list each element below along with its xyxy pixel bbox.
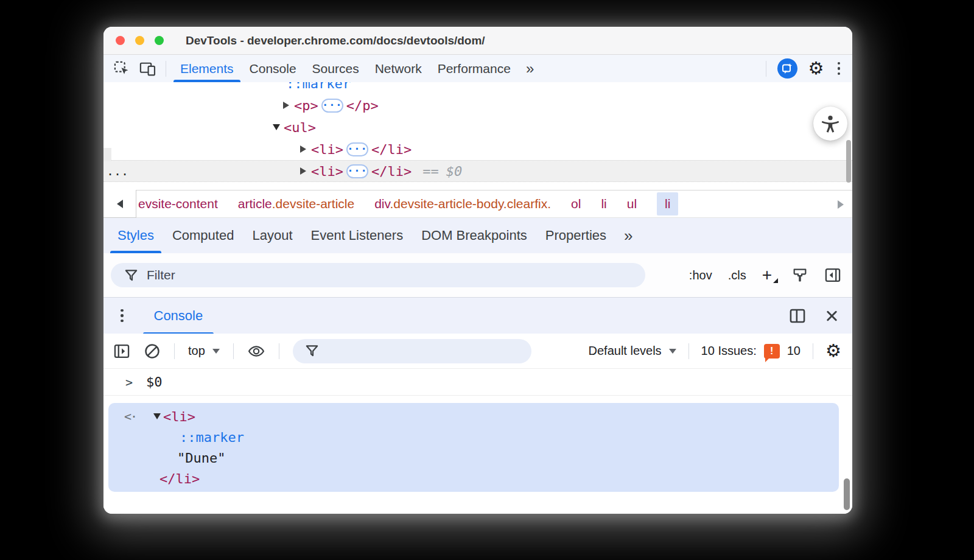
- tab-network[interactable]: Network: [367, 55, 430, 82]
- settings-gear-icon[interactable]: ⚙: [808, 60, 824, 77]
- breadcrumb-scroll-left-button[interactable]: [103, 190, 136, 218]
- inspect-element-icon[interactable]: [113, 60, 130, 77]
- dom-row-marker[interactable]: ::marker: [103, 82, 852, 94]
- disclosure-triangle-icon[interactable]: [283, 102, 289, 109]
- log-levels-dropdown[interactable]: Default levels: [589, 344, 676, 358]
- elements-scrollbar-thumb[interactable]: [846, 140, 851, 183]
- toolbar-divider: [813, 343, 813, 359]
- disclosure-triangle-icon[interactable]: [300, 167, 306, 175]
- breadcrumb-item-selected[interactable]: li: [657, 192, 678, 215]
- toolbar-divider: [174, 343, 175, 359]
- expand-ellipsis-button[interactable]: ···: [346, 142, 368, 156]
- filter-funnel-icon: [305, 344, 319, 358]
- expand-ellipsis-button[interactable]: ···: [346, 164, 368, 178]
- dom-row-li-1[interactable]: . <li> ··· </li>: [103, 138, 852, 160]
- dock-sidebar-icon[interactable]: [824, 267, 841, 283]
- accessibility-figure-icon: [820, 113, 841, 134]
- console-drawer-header: Console: [103, 297, 852, 334]
- console-echo-value: $0: [146, 374, 163, 390]
- tab-sources[interactable]: Sources: [304, 55, 367, 82]
- disclosure-triangle-icon[interactable]: [153, 413, 161, 419]
- toolbar-divider: [688, 343, 689, 359]
- split-panel-icon[interactable]: [789, 308, 806, 324]
- tab-event-listeners[interactable]: Event Listeners: [302, 218, 413, 253]
- styles-pane-tabs: Styles Computed Layout Event Listeners D…: [103, 218, 852, 253]
- console-toolbar: top Default levels: [103, 334, 852, 369]
- return-value-icon: <·: [124, 409, 136, 424]
- dom-row-ul[interactable]: <ul>: [103, 116, 852, 138]
- chevron-right-icon: [838, 200, 844, 209]
- gutter-box: [103, 148, 111, 161]
- device-toolbar-icon[interactable]: [139, 60, 157, 77]
- issues-counter[interactable]: 10 Issues: ! 10: [701, 344, 801, 359]
- elements-panel: ::marker <p> ··· </p> <ul> . <li> ··· </…: [103, 82, 852, 190]
- show-console-sidebar-icon[interactable]: [113, 343, 130, 359]
- styles-filter-pill[interactable]: [111, 263, 645, 287]
- console-prompt-icon: >: [125, 375, 133, 390]
- class-toggle-button[interactable]: .cls: [728, 268, 746, 282]
- close-drawer-icon[interactable]: [824, 309, 839, 323]
- drawer-menu-icon[interactable]: [118, 307, 126, 325]
- zoom-window-button[interactable]: [155, 36, 164, 45]
- new-style-rule-button[interactable]: +: [762, 267, 776, 284]
- disclosure-triangle-icon[interactable]: [300, 145, 306, 153]
- rendering-brush-icon[interactable]: [791, 267, 808, 284]
- drawer-tab-console[interactable]: Console: [143, 298, 214, 334]
- breadcrumb-item[interactable]: ul: [627, 197, 637, 211]
- chevron-left-icon: [117, 200, 123, 208]
- node-text: "Dune": [177, 450, 225, 466]
- console-settings-gear-icon[interactable]: ⚙: [825, 342, 841, 360]
- toolbar-divider: [233, 343, 234, 359]
- filter-funnel-icon: [124, 268, 138, 282]
- styles-filter-input[interactable]: [147, 268, 615, 282]
- tab-dom-breakpoints[interactable]: DOM Breakpoints: [412, 218, 536, 253]
- clear-console-icon[interactable]: [144, 343, 161, 360]
- devtools-toolbar: Elements Console Sources Network Perform…: [103, 55, 852, 82]
- whats-new-badge-icon[interactable]: [777, 58, 797, 79]
- dom-row-li-selected[interactable]: ... <li> ··· </li> == $0: [103, 160, 852, 182]
- issues-badge-icon: !: [764, 344, 780, 359]
- chevron-down-icon: [669, 349, 676, 354]
- console-messages: > $0 <· <li> ::marker "Dune" </li>: [103, 369, 852, 514]
- disclosure-triangle-icon[interactable]: [273, 124, 280, 130]
- window-titlebar: DevTools - developer.chrome.com/docs/dev…: [103, 27, 852, 55]
- tab-layout[interactable]: Layout: [243, 218, 301, 253]
- console-output-highlighted[interactable]: <· <li> ::marker "Dune" </li>: [108, 403, 839, 492]
- traffic-lights: [116, 36, 164, 45]
- tab-elements[interactable]: Elements: [172, 55, 242, 82]
- toolbar-divider: [766, 61, 766, 77]
- console-scrollbar-thumb[interactable]: [844, 478, 850, 510]
- menu-kebab-icon[interactable]: [835, 60, 843, 78]
- eye-icon[interactable]: [247, 343, 265, 360]
- panel-tabs: Elements Console Sources Network Perform…: [172, 55, 540, 82]
- breadcrumb-item[interactable]: ol: [571, 197, 581, 211]
- tab-styles[interactable]: Styles: [108, 218, 163, 253]
- more-tabs-icon[interactable]: »: [615, 218, 640, 253]
- tab-properties[interactable]: Properties: [536, 218, 615, 253]
- console-input-echo[interactable]: > $0: [103, 369, 852, 396]
- close-window-button[interactable]: [116, 36, 125, 45]
- context-selector-dropdown[interactable]: top: [188, 344, 220, 358]
- tab-console[interactable]: Console: [242, 55, 304, 82]
- tab-computed[interactable]: Computed: [163, 218, 244, 253]
- breadcrumb-item[interactable]: div.devsite-article-body.clearfix.: [374, 197, 551, 211]
- console-filter-input[interactable]: [326, 346, 509, 355]
- window-title: DevTools - developer.chrome.com/docs/dev…: [186, 34, 485, 47]
- minimize-window-button[interactable]: [135, 36, 144, 45]
- console-filter-pill[interactable]: [293, 339, 531, 363]
- devtools-window: DevTools - developer.chrome.com/docs/dev…: [103, 27, 852, 514]
- toolbar-divider: [279, 343, 279, 359]
- dom-row-p[interactable]: <p> ··· </p>: [103, 94, 852, 116]
- more-tabs-icon[interactable]: »: [519, 55, 540, 82]
- expand-ellipsis-button[interactable]: ···: [321, 99, 343, 113]
- chevron-down-icon: [212, 349, 220, 354]
- accessibility-overlay-button[interactable]: [813, 107, 847, 141]
- breadcrumb-item[interactable]: evsite-content: [138, 197, 218, 211]
- tab-performance[interactable]: Performance: [430, 55, 519, 82]
- breadcrumb-scroll-right-button[interactable]: [838, 191, 844, 219]
- breadcrumb-item[interactable]: li: [601, 197, 606, 211]
- styles-filter-row: :hov .cls +: [103, 253, 852, 297]
- pseudo-state-button[interactable]: :hov: [689, 268, 712, 282]
- breadcrumb: evsite-content article.devsite-article d…: [103, 190, 852, 218]
- breadcrumb-item[interactable]: article.devsite-article: [238, 197, 354, 211]
